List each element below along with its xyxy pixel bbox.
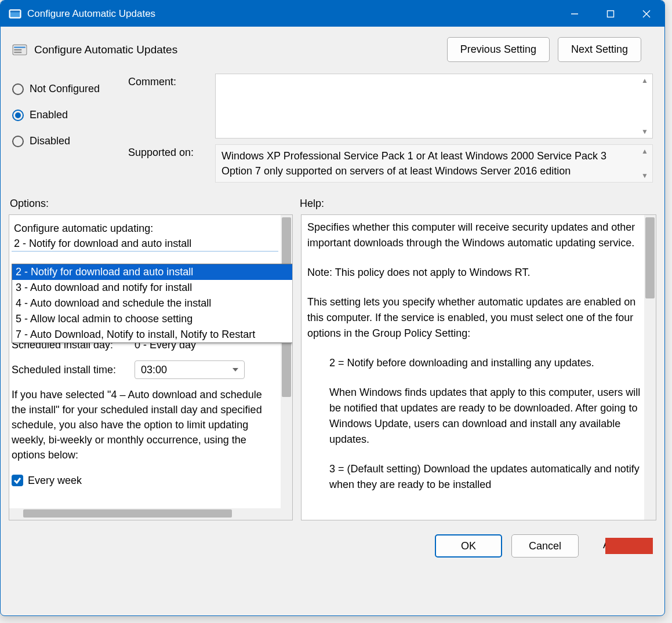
help-text: This setting lets you specify whether au… (307, 294, 641, 341)
ok-button[interactable]: OK (435, 534, 502, 558)
close-button[interactable] (629, 1, 664, 27)
cancel-button[interactable]: Cancel (511, 534, 579, 558)
radio-label: Disabled (30, 135, 70, 147)
dropdown-item[interactable]: 4 - Auto download and schedule the insta… (12, 296, 293, 311)
radio-not-configured[interactable]: Not Configured (12, 83, 128, 95)
page-title: Configure Automatic Updates (34, 43, 447, 56)
window-title: Configure Automatic Updates (27, 8, 557, 20)
titlebar: Configure Automatic Updates (1, 1, 664, 27)
header: Configure Automatic Updates Previous Set… (1, 27, 664, 69)
configure-updating-label: Configure automatic updating: (12, 221, 278, 236)
svg-rect-2 (10, 10, 20, 12)
radio-enabled[interactable]: Enabled (12, 109, 128, 121)
apply-button[interactable]: A (588, 534, 653, 558)
radio-icon (12, 136, 24, 147)
options-heading: Options: (10, 198, 300, 210)
radio-disabled[interactable]: Disabled (12, 135, 128, 147)
help-text: 2 = Notify before downloading and instal… (307, 355, 641, 371)
scheduled-time-select[interactable]: 03:00 (135, 360, 245, 379)
comment-label: Comment: (128, 74, 215, 139)
radio-icon (12, 110, 24, 121)
minimize-button[interactable] (557, 1, 593, 27)
every-week-checkbox[interactable]: Every week (12, 473, 278, 488)
scroll-down-icon[interactable]: ▼ (641, 127, 649, 136)
dropdown-item[interactable]: 5 - Allow local admin to choose setting (12, 311, 293, 327)
help-panel: Specifies whether this computer will rec… (301, 214, 656, 520)
vertical-scrollbar[interactable] (281, 215, 292, 520)
help-heading: Help: (300, 198, 324, 210)
help-text: When Windows finds updates that apply to… (307, 385, 641, 447)
maximize-button[interactable] (593, 1, 629, 27)
next-setting-button[interactable]: Next Setting (558, 37, 641, 62)
footer: OK Cancel A (1, 527, 664, 567)
help-text: 3 = (Default setting) Download the updat… (307, 461, 641, 493)
dropdown-list: 2 - Notify for download and auto install… (12, 264, 293, 343)
comment-textarea[interactable]: ▲ ▼ (215, 74, 653, 139)
supported-on-text: Windows XP Professional Service Pack 1 o… (215, 144, 653, 183)
help-text: Specifies whether this computer will rec… (307, 220, 641, 251)
scheduled-time-label: Scheduled install time: (12, 362, 135, 377)
supported-label: Supported on: (128, 144, 215, 183)
policy-icon (9, 8, 21, 20)
overlay-badge (605, 538, 653, 554)
svg-rect-10 (14, 52, 21, 53)
options-panel: Configure automatic updating: 2 - Notify… (9, 214, 293, 520)
vertical-scrollbar[interactable] (644, 215, 656, 520)
radio-icon (12, 83, 24, 95)
state-radios: Not Configured Enabled Disabled (12, 74, 128, 188)
window: Configure Automatic Updates Configure Au… (0, 0, 665, 616)
svg-rect-4 (608, 10, 614, 17)
scroll-down-icon[interactable]: ▼ (641, 172, 649, 180)
configure-updating-dropdown[interactable]: 2 - Notify for download and auto install (12, 236, 278, 252)
radio-label: Enabled (30, 109, 68, 121)
previous-setting-button[interactable]: Previous Setting (447, 37, 550, 62)
checkbox-label: Every week (28, 473, 82, 488)
scroll-up-icon[interactable]: ▲ (641, 147, 649, 155)
scroll-up-icon[interactable]: ▲ (641, 76, 649, 85)
window-controls (557, 1, 664, 27)
policy-icon (12, 42, 27, 57)
svg-rect-8 (14, 46, 26, 48)
checkbox-icon (12, 475, 23, 486)
dropdown-item[interactable]: 3 - Auto download and notify for install (12, 280, 293, 296)
horizontal-scrollbar[interactable] (9, 508, 281, 520)
options-paragraph: If you have selected "4 – Auto download … (12, 387, 278, 462)
svg-rect-9 (14, 49, 21, 50)
help-text: Note: This policy does not apply to Wind… (307, 265, 641, 280)
dropdown-item[interactable]: 2 - Notify for download and auto install (12, 264, 293, 280)
radio-label: Not Configured (30, 83, 100, 95)
dropdown-item[interactable]: 7 - Auto Download, Notify to install, No… (12, 327, 293, 343)
